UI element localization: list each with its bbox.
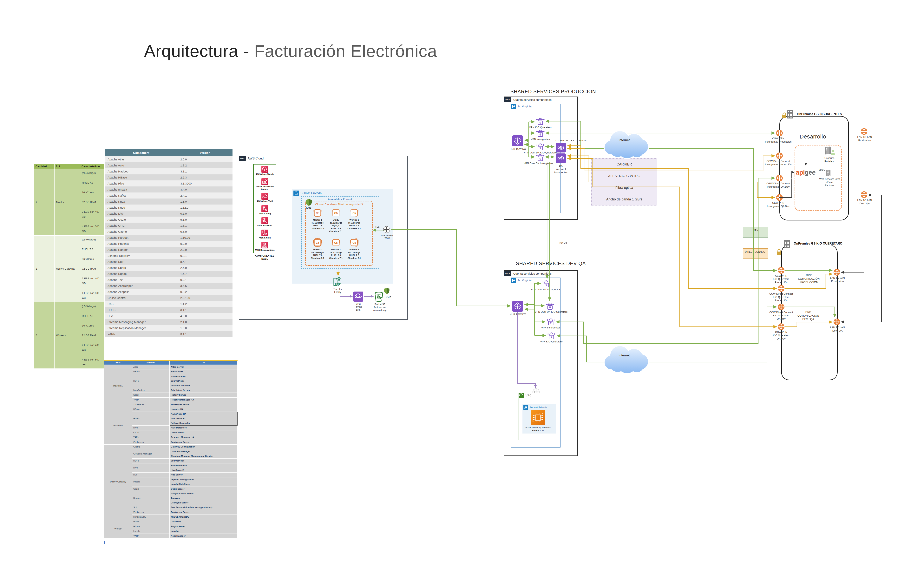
cgw-vpn-kio-qadev-icon	[778, 323, 785, 330]
cell-rol: Hive Metastore HiveServer2	[169, 463, 238, 473]
vpn-kio-queretaro-label: VPN KIO Queretaro	[534, 340, 569, 343]
account-label: Cuenta servicios compartidos	[513, 98, 552, 101]
aws-logo-icon: aws	[239, 156, 246, 161]
cell-component: Hue	[105, 313, 178, 319]
cell-component: Apache Oozie	[105, 217, 178, 222]
aws-cloudwatch-item: AWS CloudWatch	[256, 166, 274, 176]
icon-label: AWS Shield	[259, 237, 271, 239]
cell-rol: Gateway Configuration	[169, 445, 238, 449]
cell-component: Apache Ranger	[105, 247, 178, 253]
carrier-line: Ancho de banda 1 GB/s	[606, 197, 642, 201]
cell-servicio: Hive	[132, 425, 169, 430]
cgw-dc-insurgentes-qadev-label: CGW Direct Connect Insurgentes QA Dev	[756, 182, 800, 189]
table-row: master02HBaseHmaster HA	[104, 407, 238, 412]
cell-rol: Impala Catalog Server Impala StateStore	[169, 477, 238, 487]
cell-servicio: HBase	[132, 370, 169, 374]
table-row: HDFS3.1.1	[105, 307, 233, 313]
internet-label: Internet	[619, 353, 630, 357]
c5-chip-icon	[332, 209, 340, 217]
cell-component: Apache Sqoop	[105, 271, 178, 277]
cgw-dc-kio-qadev-icon	[778, 303, 785, 311]
cell-servicio: Hive	[132, 463, 169, 473]
cell-servicio: Hue	[132, 473, 169, 477]
cell-rol: Oozie Server	[169, 487, 238, 491]
table-row: WorkerHDFSDataNode	[104, 519, 238, 524]
cell-chars: (c5.9xlarge) RHEL 7.8 36 vCores 72 GB RA…	[80, 236, 104, 302]
cell-rol: NodeManager	[169, 533, 238, 538]
cell-version: 0.5.0	[178, 229, 233, 235]
cell-servicio: Cloudera Manager	[132, 449, 169, 459]
cell-servicio: YARN	[132, 435, 169, 440]
cell-version: 8.4.1	[178, 259, 233, 265]
legend-vpn: VPN	[743, 227, 768, 237]
component-version-table: Component Version Apache Atlas2.0.0Apach…	[105, 149, 233, 337]
subnet-privada-label: Subnet Privada	[530, 406, 547, 409]
onprem-kio-title: OnPremise GS KIO QUERETARO	[793, 242, 843, 245]
host-col-servicio: Servicio	[132, 360, 169, 365]
shared-prod-title: SHARED SERVICES PRODUCCIÓN	[510, 89, 596, 95]
table-row: Streams Messaging Manager2.1.0	[105, 319, 233, 325]
cell-rol: ResourceManager HA	[169, 435, 238, 440]
table-row: Apache Hive3.1.3000	[105, 180, 233, 186]
vpn-over-dx-insurgentes-label: VPN Over DX Insurgentes	[525, 288, 567, 291]
cell-servicio: YARN	[132, 533, 169, 538]
host-col-rol: Rol	[169, 360, 238, 365]
lan-to-lan-devqa-icon	[833, 318, 840, 325]
region-label: N. Virginia	[518, 278, 531, 282]
cell-rol: Zookeeper Server	[169, 510, 238, 515]
carrier-line: ALESTRA / C3NTRO	[608, 174, 640, 178]
shared-dev-title: SHARED SERVICES DEV QA	[516, 261, 586, 266]
cell-version: 3.1.3000	[178, 180, 233, 186]
gold-lock-icon	[781, 112, 787, 119]
table-row: Apache Impala3.4.0	[105, 186, 233, 193]
desarrollo-label: Desarrollo	[795, 133, 830, 140]
cell-component: Apache Hadoop	[105, 168, 178, 174]
spec-table: Cantidad Rol Características 2Master(c5.…	[34, 164, 104, 369]
cell-component: Apache Parquet	[105, 235, 178, 240]
table-row: Apache ZooKeeper3.5.5	[105, 283, 233, 289]
cell-component: Apache HBase	[105, 174, 178, 180]
vpn-kio-queretaro-icon	[547, 331, 556, 340]
node-label: Worker 1 c5.12xlarge RHEL 7.8 Cloudera 7…	[345, 219, 363, 230]
table-row: Apache HBase2.2.3	[105, 174, 233, 180]
cell-rol: Zookeeper Server	[169, 402, 238, 407]
cell-chars: (c5.4xlarge) RHEL 7.8 16 vCores 32 GB RA…	[80, 169, 104, 236]
cell-rol: Master	[54, 169, 80, 236]
table-row: Apache Ozone0.5.0	[105, 229, 233, 235]
cell-version: 2.0.0	[178, 156, 233, 162]
cell-version: 0.9.1	[178, 277, 233, 283]
node-label: Master 1 c5.12xlarge RHEL 7.8 Cloudera 7…	[308, 219, 327, 230]
cell-servicio: Zookeeper	[132, 510, 169, 515]
c5-chip-icon	[313, 209, 322, 217]
cell-component: Apache Kafka	[105, 193, 178, 198]
subnet-lock-icon	[523, 406, 528, 410]
cell-cantidad: 2	[34, 169, 54, 236]
cell-version: 1.8.2	[178, 162, 233, 168]
cell-servicio: Impala	[132, 529, 169, 533]
cell-rol: JobHistory Server	[169, 388, 238, 393]
vpn-kio-queretaro-icon	[536, 117, 545, 126]
cell-rol: Impalad	[169, 529, 238, 533]
cell-component: Cruise Control	[105, 295, 178, 301]
table-row: Apache Solr8.4.1	[105, 259, 233, 265]
attachment-tgw-label: Attanchment TGW	[377, 234, 398, 240]
table-row: Apache Kafka2.4.1	[105, 193, 233, 198]
icon-label: AWS Inspector	[257, 224, 272, 227]
cell-servicio: HDFS	[132, 519, 169, 524]
bucket-s3-label: Bucket S3 facturas en formato tar.gz	[369, 303, 391, 312]
cell-component: Streams Replication Manager	[105, 325, 178, 331]
legend-direct-connect: DIRECT CONNECT	[743, 249, 768, 258]
node-label: Worker 3 c5.12xlarge RHEL 7.8 Cloudera 7…	[327, 248, 345, 260]
cell-chars: (c5.9xlarge) RHEL 7.8 36 vCores 72 GB RA…	[80, 302, 104, 369]
node-worker1: Worker 1 c5.12xlarge RHEL 7.8 Cloudera 7…	[345, 209, 363, 230]
cell-component: Apache Ozone	[105, 229, 178, 235]
cgw-dc-insurgentes-qadev-icon	[776, 175, 783, 182]
cell-version: 3.1.1	[178, 307, 233, 313]
cell-rol: ResourceManager HA	[169, 397, 238, 402]
icon-label: AWS CloudWatch Alarms	[254, 185, 275, 190]
region-flag-icon	[511, 278, 516, 283]
node-utility: Utility c5.12xlarge MySQL RHEL 7.8 Cloud…	[327, 209, 345, 233]
cell-version: 1.10.99	[178, 235, 233, 240]
cell-component: DAS	[105, 301, 178, 307]
cgw-dc-kio-prod-icon	[778, 285, 785, 292]
